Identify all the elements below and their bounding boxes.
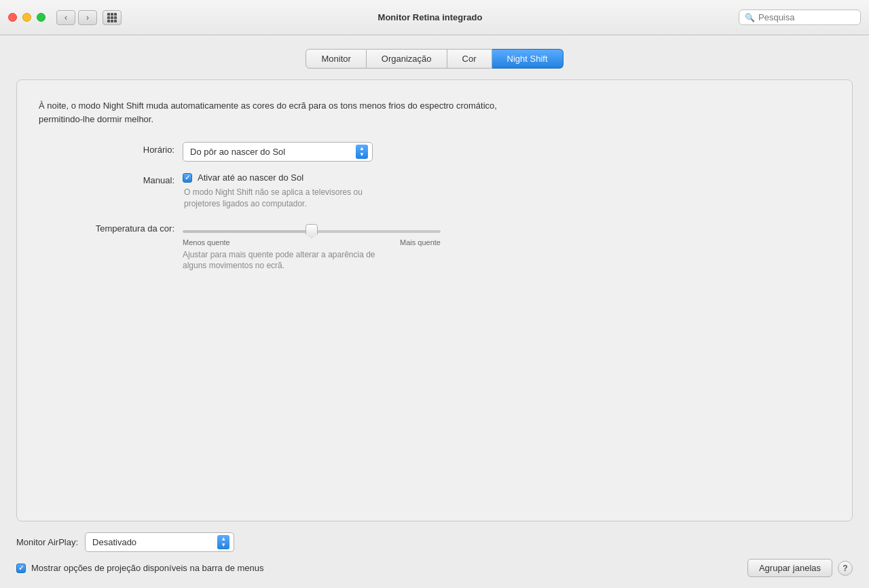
schedule-control: Do pôr ao nascer do Sol ▲ ▼ [183, 142, 373, 162]
window-controls [8, 13, 45, 22]
panel-description: À noite, o modo Night Shift muda automat… [39, 99, 514, 126]
projection-checkbox[interactable]: ✓ [16, 564, 26, 573]
tab-night-shift[interactable]: Night Shift [492, 49, 563, 69]
close-button[interactable] [8, 13, 17, 22]
projection-label: Mostrar opções de projeção disponíveis n… [31, 563, 264, 573]
main-content: Monitor Organização Cor Night Shift À no… [0, 35, 869, 532]
temperature-row: Temperatura da cor: Menos quente Mais qu… [39, 221, 830, 272]
tab-cor[interactable]: Cor [447, 49, 492, 69]
arrow-down-icon: ▼ [221, 543, 226, 548]
manual-control: ✓ Ativar até ao nascer do Sol O modo Nig… [183, 172, 388, 210]
group-windows-button[interactable]: Agrupar janelas [747, 559, 832, 577]
tab-monitor[interactable]: Monitor [306, 49, 366, 69]
checkmark-icon: ✓ [18, 564, 24, 572]
grid-button[interactable] [103, 10, 122, 25]
slider-label-less: Menos quente [183, 238, 230, 246]
schedule-row: Horário: Do pôr ao nascer do Sol ▲ ▼ [39, 142, 830, 162]
airplay-label: Monitor AirPlay: [16, 537, 78, 547]
form-rows: Horário: Do pôr ao nascer do Sol ▲ ▼ Man… [39, 142, 830, 272]
titlebar: ‹ › Monitor Retina integrado 🔍 [0, 0, 869, 35]
slider-label-more: Mais quente [400, 238, 441, 246]
temperature-control: Menos quente Mais quente Ajustar para ma… [183, 221, 441, 272]
arrow-down-icon: ▼ [359, 152, 365, 158]
airplay-row: Monitor AirPlay: Desativado ▲ ▼ [16, 532, 853, 552]
slider-wrapper [183, 221, 441, 236]
maximize-button[interactable] [37, 13, 45, 22]
manual-checkbox[interactable]: ✓ [183, 173, 192, 183]
checkmark-icon: ✓ [185, 174, 190, 181]
grid-icon [107, 13, 117, 22]
slider-note: Ajustar para mais quente pode alterar a … [183, 249, 386, 272]
bottom-area: Monitor AirPlay: Desativado ▲ ▼ ✓ Mostra… [0, 532, 869, 588]
schedule-value: Do pôr ao nascer do Sol [190, 147, 353, 157]
slider-labels: Menos quente Mais quente [183, 238, 441, 246]
tab-organizacao[interactable]: Organização [367, 49, 447, 69]
help-button[interactable]: ? [838, 561, 853, 576]
checkbox-bottom-row: ✓ Mostrar opções de projeção disponíveis… [16, 559, 853, 577]
manual-checkbox-label: Ativar até ao nascer do Sol [198, 172, 303, 183]
slider-thumb[interactable] [306, 224, 318, 239]
nav-buttons: ‹ › [56, 10, 97, 25]
search-icon: 🔍 [745, 13, 755, 22]
panel: À noite, o modo Night Shift muda automat… [16, 79, 853, 521]
arrow-up-icon: ▲ [359, 146, 365, 151]
forward-button[interactable]: › [78, 10, 97, 25]
manual-checkbox-row: ✓ Ativar até ao nascer do Sol [183, 172, 388, 183]
schedule-select[interactable]: Do pôr ao nascer do Sol ▲ ▼ [183, 142, 373, 162]
temperature-label: Temperatura da cor: [39, 221, 174, 234]
slider-track [183, 230, 441, 233]
slider-section: Menos quente Mais quente Ajustar para ma… [183, 221, 441, 272]
manual-row: Manual: ✓ Ativar até ao nascer do Sol O … [39, 172, 830, 210]
airplay-select[interactable]: Desativado ▲ ▼ [85, 532, 234, 552]
tabs-container: Monitor Organização Cor Night Shift [16, 49, 853, 69]
airplay-arrows[interactable]: ▲ ▼ [217, 535, 229, 549]
manual-note: O modo Night Shift não se aplica a telev… [184, 187, 388, 210]
airplay-value: Desativado [92, 537, 215, 547]
back-button[interactable]: ‹ [56, 10, 75, 25]
manual-label: Manual: [39, 172, 174, 185]
schedule-label: Horário: [39, 142, 174, 155]
schedule-arrows[interactable]: ▲ ▼ [356, 145, 368, 159]
search-box[interactable]: 🔍 [739, 10, 861, 25]
arrow-up-icon: ▲ [221, 536, 226, 542]
minimize-button[interactable] [22, 13, 31, 22]
bottom-right-buttons: Agrupar janelas ? [747, 559, 853, 577]
checkbox-bottom-left: ✓ Mostrar opções de projeção disponíveis… [16, 563, 264, 573]
window-title: Monitor Retina integrado [122, 12, 739, 22]
search-input[interactable] [758, 12, 855, 22]
